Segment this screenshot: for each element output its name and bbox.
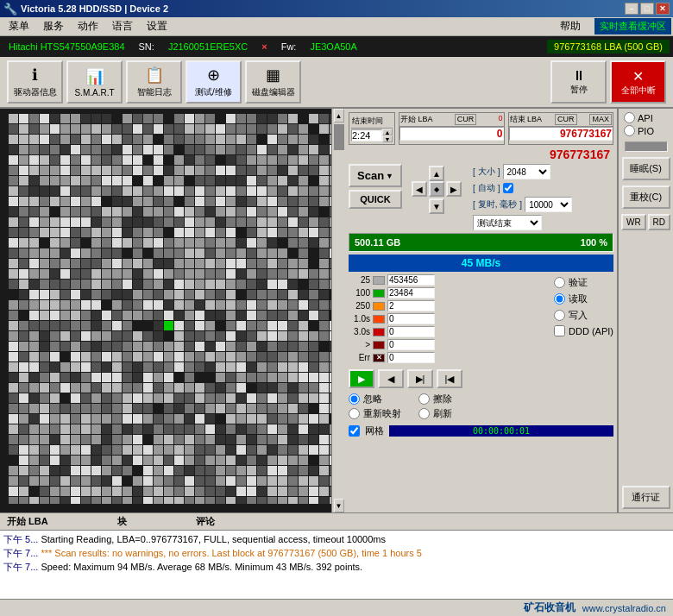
passport-button[interactable]: 通行证 <box>622 486 670 509</box>
maximize-button[interactable]: □ <box>640 3 654 15</box>
start-lba-input[interactable] <box>399 127 504 141</box>
grid-label: 网格 <box>365 424 384 437</box>
nav-center-button[interactable]: ◆ <box>429 181 444 197</box>
info-icon: ℹ <box>32 66 38 85</box>
erase-option-col: 擦除 刷新 <box>418 393 452 420</box>
wr-button[interactable]: WR <box>621 214 646 230</box>
menu-item-action[interactable]: 动作 <box>71 17 105 35</box>
smart-log-button[interactable]: 📋 智能日志 <box>126 60 182 104</box>
timeout-bracket-open: [ <box>473 200 475 210</box>
erase-radio[interactable] <box>418 393 430 405</box>
stat-count-gt[interactable] <box>387 339 435 350</box>
nav-up-button[interactable]: ▲ <box>429 166 444 181</box>
time-down-button[interactable]: ▼ <box>382 135 393 142</box>
rewind-button[interactable]: ◀ <box>378 369 404 388</box>
map-scrollbar[interactable]: ▲ ▼ <box>331 109 345 512</box>
time-input[interactable] <box>351 129 382 141</box>
pause-button[interactable]: ⏸ 暂停 <box>550 60 607 104</box>
realtime-label[interactable]: 实时查看缓冲区 <box>594 18 671 35</box>
skip-end-button[interactable]: ▶| <box>407 369 433 388</box>
stat-count-100[interactable] <box>387 287 435 299</box>
col-header-block: 块 <box>117 515 127 528</box>
reset-button[interactable]: 重校(C) <box>622 185 670 209</box>
stat-count-1s[interactable] <box>387 313 435 324</box>
size-select[interactable]: 2048 <box>503 164 550 179</box>
auto-checkbox[interactable] <box>503 183 513 193</box>
end-lba-input[interactable] <box>509 127 613 141</box>
scroll-up-button[interactable]: ▲ <box>334 109 344 123</box>
watermark-url: www.crystalradio.cn <box>582 603 666 613</box>
time-input-row: ▲ ▼ <box>351 129 393 142</box>
stat-count-25[interactable] <box>387 274 435 286</box>
pio-radio[interactable] <box>624 125 635 136</box>
refresh-label: 刷新 <box>433 407 452 420</box>
table-header: 开始 LBA 块 评论 <box>0 512 673 530</box>
write-label: 写入 <box>569 309 588 322</box>
menu-item-help[interactable]: 帮助 <box>553 17 588 35</box>
time-up-button[interactable]: ▲ <box>382 129 393 135</box>
start-lba-header: 开始 LBA CUR 0 <box>399 113 504 127</box>
col-header-lba: 开始 LBA <box>7 515 48 528</box>
disk-editor-button[interactable]: ▦ 磁盘编辑器 <box>245 60 301 104</box>
skip-start-button[interactable]: |◀ <box>437 369 462 388</box>
stat-bar-1s <box>373 315 385 324</box>
minimize-button[interactable]: – <box>625 3 638 15</box>
gb-label: 500.11 GB <box>355 237 400 248</box>
write-radio[interactable] <box>554 310 565 321</box>
size-bracket-open: [ <box>473 167 475 177</box>
ignore-label: 忽略 <box>363 393 382 405</box>
sleep-button[interactable]: 睡眠(S) <box>622 157 670 180</box>
scan-button[interactable]: Scan ▼ <box>349 164 402 187</box>
menu-item-settings[interactable]: 设置 <box>140 17 174 35</box>
end-test-select[interactable]: 测试结束 <box>473 215 542 230</box>
chart-icon: 📊 <box>85 67 104 86</box>
read-radio[interactable] <box>554 293 565 305</box>
pio-label: PIO <box>638 126 654 136</box>
log-icon: 📋 <box>145 66 164 85</box>
close-button[interactable]: ✕ <box>656 3 670 15</box>
stat-label-25: 25 <box>349 275 370 285</box>
end-lba-block: 结束 LBA CUR MAX <box>508 112 614 145</box>
grid-row: 网格 00:00:00:01 <box>349 424 613 437</box>
log-line-3: 下午 7... Speed: Maximum 94 MB/s. Average … <box>3 560 670 574</box>
nav-right-button[interactable]: ▶ <box>446 181 462 197</box>
cur-badge2: CUR <box>555 114 577 125</box>
abort-button[interactable]: ✕ 全部中断 <box>610 60 666 104</box>
timeout-select[interactable]: 10000 <box>525 197 572 212</box>
timeout-bracket-close: ] <box>519 200 522 210</box>
menu-item-language[interactable]: 语言 <box>105 17 140 35</box>
stat-count-250[interactable] <box>387 300 435 311</box>
refresh-radio[interactable] <box>418 408 430 419</box>
api-radio[interactable] <box>624 112 635 123</box>
grid-checkbox[interactable] <box>349 425 360 437</box>
remap-radio[interactable] <box>349 408 360 419</box>
driver-info-button[interactable]: ℹ 驱动器信息 <box>7 60 63 104</box>
scan-options: [ 大小 ] 2048 [ 自动 ] [ <box>473 164 572 230</box>
smart-button[interactable]: 📊 S.M.A.R.T <box>66 60 123 104</box>
nav-down-button[interactable]: ▼ <box>429 198 444 214</box>
cur-value1: 0 <box>498 114 502 125</box>
playback-controls: ▶ ◀ ▶| |◀ <box>349 369 613 388</box>
test-repair-button[interactable]: ⊕ 测试/维修 <box>186 60 242 104</box>
firmware-value: JE3OA50A <box>305 40 362 53</box>
play-button[interactable]: ▶ <box>349 369 374 388</box>
time-control: 结束时间 ▲ ▼ <box>349 112 395 145</box>
erase-label: 擦除 <box>433 393 452 405</box>
repair-icon: ⊕ <box>207 66 220 85</box>
verify-radio[interactable] <box>554 277 565 288</box>
rd-button[interactable]: RD <box>648 214 670 230</box>
stat-count-3s[interactable] <box>387 326 435 337</box>
stat-label-gt: > <box>349 340 370 349</box>
ddd-checkbox[interactable] <box>554 325 565 336</box>
menu-item-file[interactable]: 菜单 <box>2 17 36 35</box>
menu-item-service[interactable]: 服务 <box>36 17 71 35</box>
ignore-radio[interactable] <box>349 393 360 405</box>
close-device-icon[interactable]: × <box>256 40 272 53</box>
scroll-down-button[interactable]: ▼ <box>334 499 344 512</box>
stat-count-err[interactable] <box>387 352 435 363</box>
quick-button[interactable]: QUICK <box>349 190 402 209</box>
erase-radio-row: 擦除 <box>418 393 452 405</box>
scroll-thumb[interactable] <box>334 124 344 150</box>
nav-left-button[interactable]: ◀ <box>412 181 427 197</box>
auto-label: 自动 <box>478 182 495 194</box>
